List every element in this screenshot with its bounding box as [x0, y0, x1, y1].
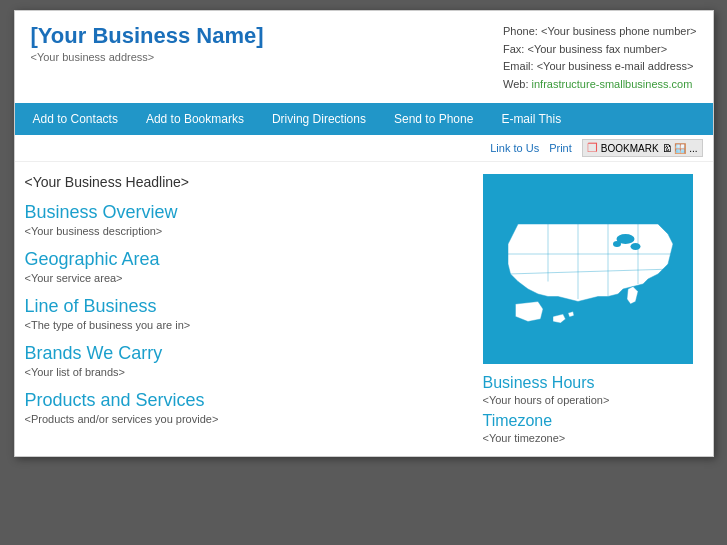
- map-container: [483, 174, 693, 364]
- nav-send-to-phone[interactable]: Send to Phone: [380, 103, 487, 135]
- nav-add-bookmarks[interactable]: Add to Bookmarks: [132, 103, 258, 135]
- header-right: Phone: <Your business phone number> Fax:…: [503, 23, 696, 93]
- business-name: [Your Business Name]: [31, 23, 264, 49]
- us-map: [488, 189, 688, 349]
- section-desc-3: <Your list of brands>: [25, 366, 471, 378]
- right-section-desc-1: <Your timezone>: [483, 432, 703, 444]
- web-label: Web:: [503, 78, 532, 90]
- business-headline: <Your Business Headline>: [25, 174, 471, 190]
- web-link[interactable]: infrastructure-smallbusiness.com: [532, 78, 693, 90]
- bookmark-label: BOOKMARK: [601, 143, 659, 154]
- web-info: Web: infrastructure-smallbusiness.com: [503, 76, 696, 94]
- bookmark-icon: ❐: [587, 141, 598, 155]
- section-title-2: Line of Business: [25, 296, 471, 317]
- bookmark-button[interactable]: ❐ BOOKMARK 🖻 🪟 ...: [582, 139, 703, 157]
- print-link[interactable]: Print: [549, 142, 572, 154]
- bookmark-extras: 🖻 🪟 ...: [662, 143, 698, 154]
- page-wrapper: [Your Business Name] <Your business addr…: [14, 10, 714, 457]
- right-section-desc-0: <Your hours of operation>: [483, 394, 703, 406]
- nav-email-this[interactable]: E-mail This: [487, 103, 575, 135]
- section-title-0: Business Overview: [25, 202, 471, 223]
- fax-info: Fax: <Your business fax number>: [503, 41, 696, 59]
- svg-point-8: [630, 243, 640, 250]
- nav-add-contacts[interactable]: Add to Contacts: [19, 103, 132, 135]
- main-content: <Your Business Headline> Business Overvi…: [15, 162, 713, 456]
- right-section-title-1: Timezone: [483, 412, 703, 430]
- section-desc-4: <Products and/or services you provide>: [25, 413, 471, 425]
- phone-info: Phone: <Your business phone number>: [503, 23, 696, 41]
- section-title-3: Brands We Carry: [25, 343, 471, 364]
- section-desc-1: <Your service area>: [25, 272, 471, 284]
- nav-driving-directions[interactable]: Driving Directions: [258, 103, 380, 135]
- util-bar: Link to Us Print ❐ BOOKMARK 🖻 🪟 ...: [15, 135, 713, 162]
- business-address: <Your business address>: [31, 51, 264, 63]
- left-column: <Your Business Headline> Business Overvi…: [25, 174, 471, 444]
- link-to-us-link[interactable]: Link to Us: [490, 142, 539, 154]
- header: [Your Business Name] <Your business addr…: [15, 11, 713, 103]
- email-info: Email: <Your business e-mail address>: [503, 58, 696, 76]
- section-desc-2: <The type of business you are in>: [25, 319, 471, 331]
- section-desc-0: <Your business description>: [25, 225, 471, 237]
- section-title-1: Geographic Area: [25, 249, 471, 270]
- header-left: [Your Business Name] <Your business addr…: [31, 23, 264, 63]
- right-section-title-0: Business Hours: [483, 374, 703, 392]
- right-column: Business Hours <Your hours of operation>…: [483, 174, 703, 444]
- section-title-4: Products and Services: [25, 390, 471, 411]
- navbar: Add to Contacts Add to Bookmarks Driving…: [15, 103, 713, 135]
- svg-point-9: [613, 241, 621, 247]
